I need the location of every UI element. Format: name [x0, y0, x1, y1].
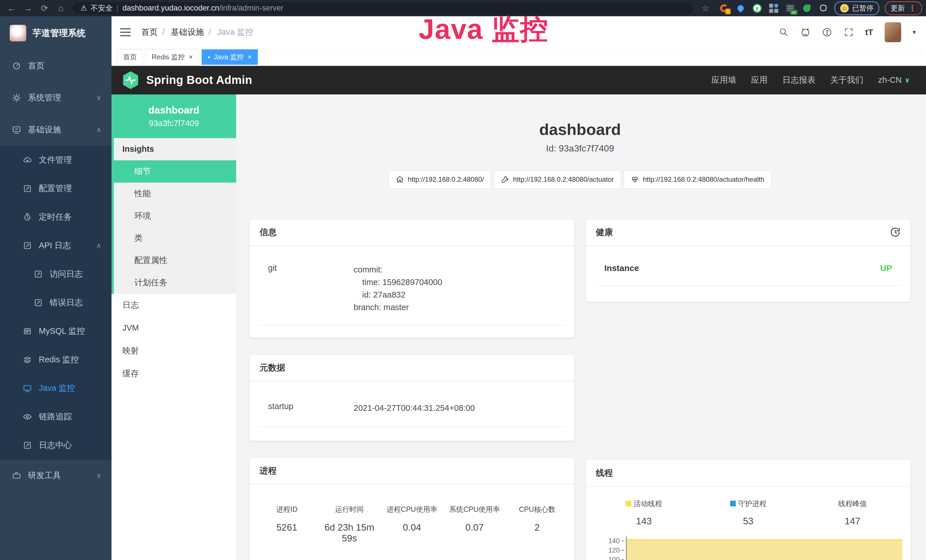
card-title: 信息 — [260, 227, 277, 238]
sba-item-configprops[interactable]: 配置属性 — [114, 249, 236, 272]
log-edit-icon — [23, 441, 32, 450]
tab-java[interactable]: ● Java 监控 × — [202, 49, 257, 65]
sba-item-details[interactable]: 细节 — [114, 160, 236, 183]
instance-name: dashboard — [148, 104, 199, 116]
sidebar-item-log-center[interactable]: 日志中心 — [0, 431, 112, 460]
profile-emoji-icon: ☺ — [840, 4, 849, 12]
sidebar-item-error-log[interactable]: 错误日志 — [0, 288, 112, 317]
extension-grid-icon[interactable] — [768, 3, 779, 14]
sidebar-item-file[interactable]: 文件管理 — [0, 146, 112, 174]
sidebar-item-java[interactable]: Java 监控 — [0, 374, 112, 403]
yellow-legend-swatch — [626, 501, 631, 506]
sba-item-scheduled-tasks[interactable]: 计划任务 — [114, 272, 236, 294]
sidebar-item-label: Java 监控 — [39, 383, 75, 394]
sidebar-item-label: 系统管理 — [28, 92, 61, 104]
chrome-update-button[interactable]: 更新 ⋮ — [885, 2, 922, 15]
app-logo — [10, 25, 26, 41]
tab-redis[interactable]: Redis 监控 × — [146, 49, 199, 65]
sba-item-classes[interactable]: 类 — [114, 227, 236, 249]
legend-value: 143 — [592, 516, 696, 527]
metadata-card-header: 元数据 — [250, 355, 574, 382]
bookmark-star-icon[interactable]: ☆ — [698, 3, 713, 13]
sidebar-item-system[interactable]: 系统管理 ∨ — [0, 82, 112, 114]
chevron-up-icon: ∧ — [96, 242, 112, 250]
sba-brand[interactable]: Spring Boot Admin — [146, 74, 252, 86]
sidebar-item-mysql[interactable]: MySQL 监控 — [0, 317, 112, 345]
sba-item-environment[interactable]: 环境 — [114, 205, 236, 227]
user-avatar[interactable] — [885, 22, 901, 42]
forward-icon[interactable]: → — [21, 3, 35, 13]
sidebar-item-job[interactable]: 定时任务 — [0, 203, 112, 232]
breadcrumb-home[interactable]: 首页 — [141, 27, 158, 38]
address-bar[interactable]: ⚠ 不安全 dashboard.yudao.iocoder.cn /infra/… — [73, 2, 694, 14]
github-icon[interactable] — [800, 27, 811, 37]
sba-item-jvm[interactable]: JVM — [112, 317, 236, 339]
insights-group-label: Insights — [114, 138, 236, 160]
history-icon[interactable] — [890, 227, 900, 238]
close-icon[interactable]: × — [189, 53, 193, 61]
sba-item-mappings[interactable]: 映射 — [112, 339, 236, 362]
avatar-caret-icon[interactable]: ▾ — [912, 29, 916, 36]
extension-leaf-icon[interactable] — [801, 3, 812, 14]
card-title: 线程 — [596, 467, 613, 479]
sba-language-select[interactable]: zh-CN ∨ — [878, 75, 910, 85]
refresh-icon[interactable]: ⟳ — [37, 3, 52, 13]
extensions-puzzle-icon[interactable] — [818, 3, 829, 14]
tab-home[interactable]: 首页 — [117, 49, 143, 65]
sidebar-item-api-log[interactable]: API 日志 ∧ — [0, 232, 112, 260]
sba-nav-wallboard[interactable]: 应用墙 — [711, 74, 736, 86]
breadcrumb-current: Java 监控 — [217, 27, 253, 38]
log-edit-icon — [34, 298, 43, 307]
back-icon[interactable]: ← — [4, 3, 19, 13]
app-title: 芋道管理系统 — [33, 27, 86, 39]
sba-nav-about[interactable]: 关于我们 — [830, 74, 863, 86]
spring-boot-admin-logo[interactable] — [122, 71, 139, 89]
extension-y-icon[interactable]: y — [752, 3, 763, 14]
extension-switch-icon[interactable]: on — [785, 3, 796, 14]
browser-menu-icon[interactable]: ⋮ — [908, 3, 916, 13]
url-host[interactable]: dashboard.yudao.iocoder.cn — [123, 4, 219, 12]
help-icon[interactable] — [822, 27, 832, 37]
breadcrumb-separator: / — [162, 27, 165, 37]
sidebar-item-home[interactable]: 首页 — [0, 50, 112, 82]
threads-legend: 活动线程 143 守护进程 53 — [592, 499, 905, 527]
header-actions: tT ▾ — [779, 22, 926, 42]
sba-item-metrics[interactable]: 性能 — [114, 183, 236, 205]
sba-header: Spring Boot Admin 应用墙 应用 日志报表 关于我们 zh-CN… — [112, 66, 926, 94]
not-secure-label[interactable]: 不安全 — [91, 3, 113, 13]
hamburger-icon[interactable] — [112, 28, 139, 36]
sidebar-item-devtools[interactable]: 研发工具 ∨ — [0, 460, 112, 492]
search-icon[interactable] — [779, 27, 789, 37]
startup-row: startup 2021-04-27T00:44:31.254+08:00 — [260, 393, 564, 427]
chevron-down-icon: ∨ — [96, 94, 112, 102]
chart-plot-area — [626, 536, 905, 560]
extension-c-icon[interactable]: 1 — [719, 3, 729, 14]
service-url-link[interactable]: http://192.168.0.2:48080/ — [389, 170, 491, 189]
monitor-check-icon — [12, 125, 21, 135]
url-path[interactable]: /infra/admin-server — [219, 4, 283, 12]
sidebar-item-config[interactable]: 配置管理 — [0, 174, 112, 203]
process-table-values: 5261 6d 23h 15m 59s 0.04 0.07 2 — [256, 522, 568, 544]
sidebar-item-access-log[interactable]: 访问日志 — [0, 260, 112, 288]
instance-id: 93a3fc7f7409 — [149, 119, 199, 128]
edit-icon — [23, 184, 32, 193]
health-url-link[interactable]: http://192.168.0.2:48080/actuator/health — [624, 170, 772, 189]
instance-links: http://192.168.0.2:48080/ http://192.168… — [250, 170, 910, 189]
close-icon[interactable]: × — [248, 53, 251, 61]
sba-item-logs[interactable]: 日志 — [112, 294, 236, 317]
sba-nav-applications[interactable]: 应用 — [751, 74, 767, 86]
breadcrumb-infra[interactable]: 基础设施 — [171, 27, 204, 38]
process-card-header: 进程 — [250, 458, 574, 485]
actuator-url-link[interactable]: http://192.168.0.2:48080/actuator — [494, 170, 621, 189]
font-size-icon[interactable]: tT — [865, 27, 873, 37]
sidebar-item-redis[interactable]: Redis 监控 — [0, 345, 112, 374]
sidebar-item-trace[interactable]: 链路追踪 — [0, 403, 112, 431]
fullscreen-icon[interactable] — [844, 27, 854, 37]
threads-chart: 140 120 100 — [592, 535, 905, 560]
sidebar-item-infra[interactable]: 基础设施 ∧ — [0, 114, 112, 146]
extension-pin-icon[interactable] — [735, 3, 746, 14]
profile-paused-pill[interactable]: ☺ 已暂停 — [834, 2, 879, 15]
browser-home-icon[interactable]: ⌂ — [54, 3, 68, 13]
sba-nav-journal[interactable]: 日志报表 — [782, 74, 816, 86]
sba-item-caches[interactable]: 缓存 — [112, 362, 236, 385]
